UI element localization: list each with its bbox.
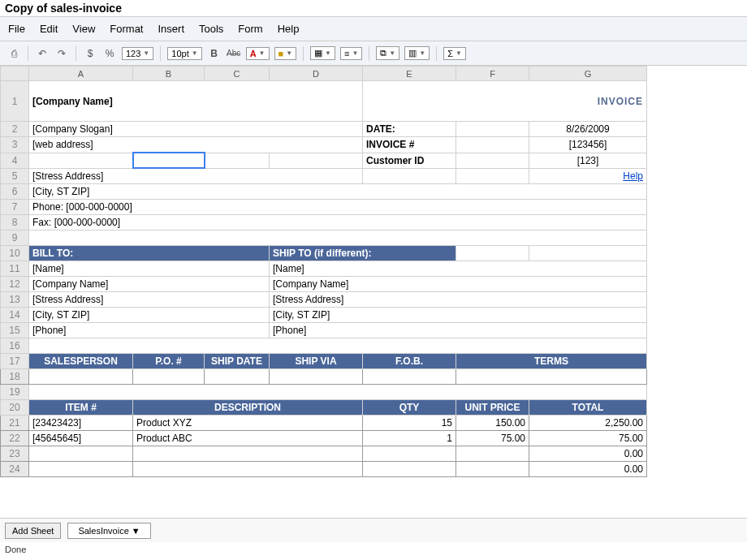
wrap-select[interactable]: ⧉▼ [376,46,399,60]
row-24[interactable]: 24 0.00 [1,462,647,477]
menu-insert[interactable]: Insert [158,23,184,35]
redo-icon[interactable]: ↷ [54,46,69,61]
help-link[interactable]: Help [529,168,647,184]
row-13[interactable]: 13[Stress Address][Stress Address] [1,292,647,308]
col-C[interactable]: C [205,67,270,81]
chevron-down-icon: ▼ [286,50,292,57]
row-22[interactable]: 22 [45645645] Product ABC 1 75.00 75.00 [1,431,647,446]
address-cell[interactable]: [Stress Address] [29,168,363,184]
col-G[interactable]: G [529,67,647,81]
row-17[interactable]: 17 SALESPERSON P.O. # SHIP DATE SHIP VIA… [1,354,647,369]
hdr-item: ITEM # [29,400,133,416]
row-15[interactable]: 15[Phone][Phone] [1,323,647,338]
shipto-header: SHIP TO (if different): [270,246,456,261]
chevron-down-icon: ▼ [259,50,266,57]
hdr-qty: QTY [363,400,456,416]
align-icon: ≡ [344,49,349,58]
align-select[interactable]: ≡▼ [340,47,362,60]
font-size-select[interactable]: 10pt▼ [167,47,201,60]
menu-edit[interactable]: Edit [40,23,58,35]
row-20[interactable]: 20 ITEM # DESCRIPTION QTY UNIT PRICE TOT… [1,400,647,416]
borders-select[interactable]: ▦▼ [310,46,335,60]
row-1[interactable]: 1 [Company Name] INVOICE [1,81,647,122]
company-name-cell[interactable]: [Company Name] [29,81,363,122]
col-E[interactable]: E [363,67,456,81]
row-11[interactable]: 11[Name][Name] [1,261,647,277]
col-B[interactable]: B [133,67,205,81]
date-label: DATE: [363,122,456,137]
sheet-tab-salesinvoice[interactable]: SalesInvoice ▼ [67,523,150,539]
menu-file[interactable]: File [8,23,25,35]
percent-button[interactable]: % [102,46,117,61]
row-19[interactable]: 19 [1,385,647,400]
row-2[interactable]: 2 [Company Slogan] DATE: 8/26/2009 [1,122,647,137]
menu-view[interactable]: View [72,23,95,35]
hdr-po: P.O. # [133,354,205,369]
chevron-down-icon: ▼ [389,50,395,57]
select-all-corner[interactable] [1,67,29,81]
phone-cell[interactable]: Phone: [000-000-0000] [29,200,647,215]
web-cell[interactable]: [web address] [29,137,363,153]
borders-icon: ▦ [314,48,322,58]
invnum-value[interactable]: [123456] [529,137,647,153]
menu-bar: File Edit View Format Insert Tools Form … [0,16,747,41]
spreadsheet-grid[interactable]: A B C D E F G 1 [Company Name] INVOICE 2… [0,66,747,518]
print-icon[interactable]: ⎙ [6,46,21,61]
hdr-unit: UNIT PRICE [456,400,529,416]
font-color-select[interactable]: A▼ [246,47,270,60]
menu-tools[interactable]: Tools [199,23,223,35]
row-14[interactable]: 14[City, ST ZIP][City, ST ZIP] [1,308,647,323]
row-5[interactable]: 5 [Stress Address] Help [1,168,647,184]
chevron-down-icon: ▼ [352,50,358,57]
row-8[interactable]: 8Fax: [000-000-0000] [1,215,647,230]
currency-button[interactable]: $ [83,46,97,61]
merge-select[interactable]: ▥▼ [404,46,430,60]
chevron-down-icon: ▼ [456,50,462,57]
invnum-label: INVOICE # [363,137,456,153]
custid-value[interactable]: [123] [529,153,647,168]
city-cell[interactable]: [City, ST ZIP] [29,184,647,200]
chevron-down-icon: ▼ [325,50,331,57]
row-16[interactable]: 16 [1,338,647,354]
formula-select[interactable]: Σ▼ [443,47,466,60]
undo-icon[interactable]: ↶ [35,46,50,61]
hdr-shipdate: SHIP DATE [205,354,270,369]
row-9[interactable]: 9 [1,230,647,246]
menu-help[interactable]: Help [278,23,300,35]
row-4[interactable]: 4 Customer ID [123] [1,153,647,168]
col-A[interactable]: A [29,67,133,81]
wrap-icon: ⧉ [380,48,386,58]
row-18[interactable]: 18 [1,369,647,385]
hdr-total: TOTAL [529,400,647,416]
col-D[interactable]: D [270,67,363,81]
status-bar: Done [0,542,747,560]
menu-form[interactable]: Form [238,23,262,35]
date-value[interactable]: 8/26/2009 [529,122,647,137]
chevron-down-icon: ▼ [143,50,149,57]
row-12[interactable]: 12[Company Name][Company Name] [1,277,647,292]
active-cell-B4[interactable] [133,153,205,168]
fax-cell[interactable]: Fax: [000-000-0000] [29,215,647,230]
row-21[interactable]: 21 [23423423] Product XYZ 15 150.00 2,25… [1,416,647,431]
hdr-terms: TERMS [456,354,647,369]
bg-color-select[interactable]: ■▼ [274,47,297,60]
add-sheet-button[interactable]: Add Sheet [5,523,61,539]
strikethrough-button[interactable]: Abc [227,46,241,61]
row-6[interactable]: 6[City, ST ZIP] [1,184,647,200]
hdr-shipvia: SHIP VIA [270,354,363,369]
menu-format[interactable]: Format [110,23,143,35]
number-format-select[interactable]: 123▼ [122,47,153,60]
row-10[interactable]: 10 BILL TO: SHIP TO (if different): [1,246,647,261]
window-title: Copy of sales-invoice [0,0,747,16]
row-23[interactable]: 23 0.00 [1,446,647,462]
column-headers: A B C D E F G [1,67,647,81]
hdr-fob: F.O.B. [363,354,456,369]
hdr-desc: DESCRIPTION [133,400,363,416]
hdr-salesperson: SALESPERSON [29,354,133,369]
merge-icon: ▥ [408,48,417,58]
col-F[interactable]: F [456,67,529,81]
slogan-cell[interactable]: [Company Slogan] [29,122,363,137]
row-3[interactable]: 3 [web address] INVOICE # [123456] [1,137,647,153]
bold-button[interactable]: B [207,46,222,61]
row-7[interactable]: 7Phone: [000-000-0000] [1,200,647,215]
